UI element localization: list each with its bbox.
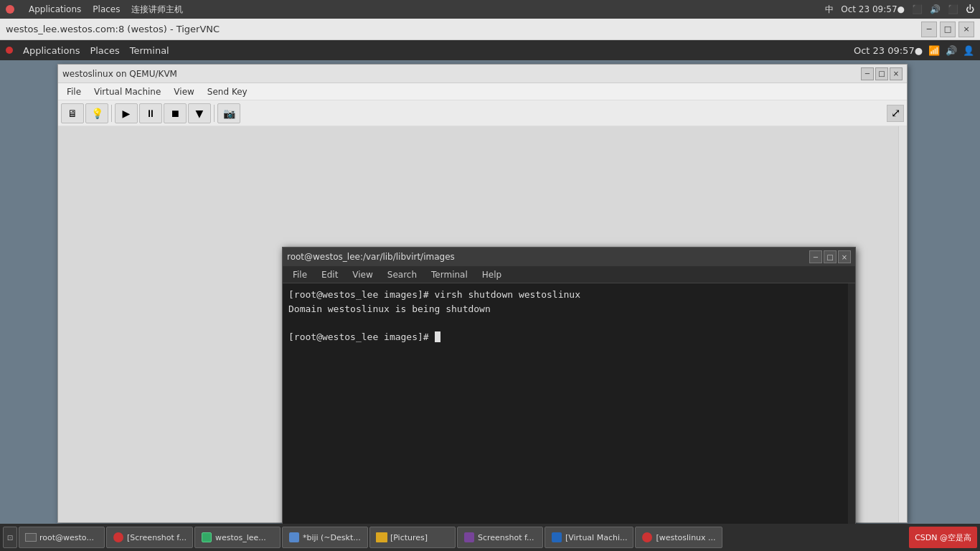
- terminal-menu-terminal[interactable]: Terminal: [425, 268, 473, 281]
- qemu-toolbar-separator2: [214, 105, 215, 122]
- qemu-fullscreen-button[interactable]: ⤢: [887, 105, 904, 122]
- terminal-minimize-button[interactable]: −: [809, 250, 822, 263]
- terminal-window: root@westos_lee:/var/lib/libvirt/images …: [282, 247, 856, 524]
- qemu-titlebar: westoslinux on QEMU/KVM − □ ×: [58, 65, 907, 83]
- outer-battery-icon: ⬛: [948, 4, 958, 14]
- qemu-play-button[interactable]: ▶: [115, 103, 138, 123]
- tigervnc-titlebar-buttons: − □ ×: [921, 22, 974, 37]
- taskbar-screen-icon: [25, 532, 37, 543]
- terminal-close-button[interactable]: ×: [838, 250, 851, 263]
- qemu-menu-sendkey[interactable]: Send Key: [202, 85, 253, 98]
- taskbar-pictures-label: [Pictures]: [390, 533, 428, 542]
- gnome-topbar: Applications Places Terminal Oct 23 09:5…: [0, 40, 980, 60]
- gnome-desktop: Applications Places Terminal Oct 23 09:5…: [0, 40, 980, 551]
- qemu-bulb-button[interactable]: 💡: [85, 103, 108, 123]
- terminal-menubar: File Edit View Search Terminal Help: [283, 266, 855, 283]
- qemu-stop-button[interactable]: ⏹: [164, 103, 187, 123]
- qemu-title: westoslinux on QEMU/KVM: [62, 69, 177, 79]
- gnome-apps-label[interactable]: Applications: [23, 45, 80, 56]
- terminal-titlebar-btns: − □ ×: [809, 250, 851, 263]
- qemu-screenshot-button[interactable]: 📷: [217, 103, 240, 123]
- gnome-terminal-label[interactable]: Terminal: [130, 45, 169, 56]
- taskbar-screenshot-f-icon: [113, 532, 124, 543]
- outer-apps-label[interactable]: Applications: [29, 4, 81, 14]
- terminal-scrollbar[interactable]: [848, 283, 855, 524]
- terminal-line-2: Domain westoslinux is being shutdown: [288, 302, 849, 316]
- taskbar-item-biji[interactable]: *biji (~Deskt...: [282, 527, 368, 548]
- tigervnc-maximize-button[interactable]: □: [940, 22, 956, 37]
- taskbar-screenshot-f-label: [Screenshot f...: [127, 533, 187, 542]
- qemu-close-button[interactable]: ×: [890, 67, 903, 80]
- outer-taskbar-right: 中 Oct 23 09:57● ⬛ 🔊 ⬛ ⏻: [825, 4, 974, 16]
- qemu-pause-button[interactable]: ⏸: [139, 103, 162, 123]
- terminal-cursor: [435, 331, 440, 342]
- gnome-datetime: Oct 23 09:57●: [854, 45, 923, 56]
- qemu-menubar: File Virtual Machine View Send Key: [58, 83, 907, 100]
- csdn-label: CSDN @空是高: [915, 532, 971, 543]
- taskbar-item-westos-vnc[interactable]: westos_lee...: [194, 527, 281, 548]
- tigervnc-title: westos_lee.westos.com:8 (westos) - Tiger…: [6, 24, 220, 34]
- qemu-minimize-button[interactable]: −: [861, 67, 874, 80]
- tigervnc-titlebar: westos_lee.westos.com:8 (westos) - Tiger…: [0, 19, 980, 40]
- taskbar-item-pictures[interactable]: [Pictures]: [369, 527, 456, 548]
- taskbar-westos-icon: [641, 532, 653, 543]
- qemu-menu-file[interactable]: File: [61, 85, 87, 98]
- taskbar-westos-vnc-label: westos_lee...: [215, 533, 266, 542]
- show-desktop-button[interactable]: ⊡: [3, 527, 17, 548]
- qemu-menu-vm[interactable]: Virtual Machine: [88, 85, 166, 98]
- gnome-places-label[interactable]: Places: [90, 45, 119, 56]
- outer-volume-icon: 🔊: [930, 4, 941, 14]
- terminal-menu-help[interactable]: Help: [476, 268, 507, 281]
- taskbar-vm-label: [Virtual Machi...: [565, 533, 628, 542]
- taskbar-vnc-icon: [201, 532, 212, 543]
- taskbar-pictures-icon: [376, 532, 387, 543]
- gnome-volume-icon: 🔊: [946, 45, 957, 56]
- terminal-menu-view[interactable]: View: [347, 268, 378, 281]
- taskbar-item-westoslinux[interactable]: [westoslinux ...: [635, 527, 722, 548]
- terminal-menu-edit[interactable]: Edit: [316, 268, 344, 281]
- taskbar-item-root-terminal[interactable]: root@westo...: [19, 527, 105, 548]
- taskbar-biji-label: *biji (~Deskt...: [303, 533, 361, 542]
- terminal-menu-search[interactable]: Search: [382, 268, 423, 281]
- outer-taskbar-left: Applications Places 连接讲师主机: [6, 4, 183, 16]
- taskbar-item-screenshot2[interactable]: Screenshot f...: [457, 527, 543, 548]
- gnome-desktop-area: westoslinux on QEMU/KVM − □ × File Virtu…: [0, 60, 980, 524]
- qemu-maximize-button[interactable]: □: [875, 67, 888, 80]
- outer-lang: 中: [825, 4, 834, 16]
- os-red-dot: [6, 5, 14, 14]
- tigervnc-window: westos_lee.westos.com:8 (westos) - Tiger…: [0, 19, 980, 551]
- outer-network-icon: ⬛: [912, 4, 923, 14]
- terminal-line-1: [root@westos_lee images]# virsh shutdown…: [288, 288, 849, 302]
- terminal-content[interactable]: [root@westos_lee images]# virsh shutdown…: [283, 283, 855, 524]
- qemu-menu-view[interactable]: View: [168, 85, 199, 98]
- qemu-monitor-button[interactable]: 🖥: [61, 103, 84, 123]
- taskbar-biji-icon: [288, 532, 300, 543]
- terminal-titlebar: root@westos_lee:/var/lib/libvirt/images …: [283, 248, 855, 266]
- qemu-toolbar: 🖥 💡 ▶ ⏸ ⏹ ▼ 📷 ⤢: [58, 100, 907, 126]
- gnome-taskbar: ⊡ root@westo... [Screenshot f...: [0, 524, 980, 551]
- outer-power-icon[interactable]: ⏻: [966, 4, 974, 14]
- outer-os-taskbar: Applications Places 连接讲师主机 中 Oct 23 09:5…: [0, 0, 980, 19]
- terminal-line-3: [288, 316, 849, 330]
- taskbar-item-screenshot-f[interactable]: [Screenshot f...: [106, 527, 193, 548]
- tigervnc-content: Applications Places Terminal Oct 23 09:5…: [0, 40, 980, 551]
- qemu-scrollbar[interactable]: [898, 126, 907, 522]
- outer-connect-label[interactable]: 连接讲师主机: [131, 4, 183, 16]
- tigervnc-close-button[interactable]: ×: [958, 22, 974, 37]
- qemu-dropdown-button[interactable]: ▼: [188, 103, 211, 123]
- taskbar-screenshot2-icon: [463, 532, 475, 543]
- terminal-title: root@westos_lee:/var/lib/libvirt/images: [287, 252, 455, 262]
- taskbar-item-virtual-machine[interactable]: [Virtual Machi...: [545, 527, 634, 548]
- qemu-toolbar-separator: [111, 105, 112, 122]
- terminal-maximize-button[interactable]: □: [824, 250, 837, 263]
- outer-places-label[interactable]: Places: [93, 4, 120, 14]
- taskbar-right-group: CSDN @空是高: [909, 527, 977, 548]
- outer-datetime: Oct 23 09:57●: [841, 4, 905, 14]
- tigervnc-minimize-button[interactable]: −: [921, 22, 937, 37]
- qemu-titlebar-btns: − □ ×: [861, 67, 903, 80]
- terminal-line-4: [root@westos_lee images]#: [288, 330, 849, 344]
- taskbar-westoslinux-label: [westoslinux ...: [656, 533, 715, 542]
- gnome-red-dot: [6, 47, 13, 54]
- csdn-button[interactable]: CSDN @空是高: [909, 527, 977, 548]
- terminal-menu-file[interactable]: File: [287, 268, 313, 281]
